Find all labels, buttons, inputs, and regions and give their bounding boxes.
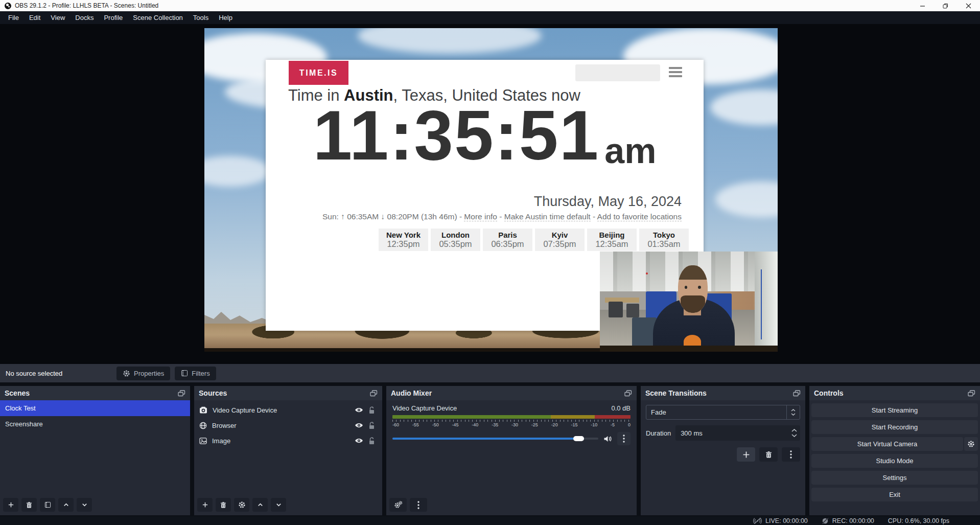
move-source-up-button[interactable] [252,498,268,512]
scene-filters-button[interactable] [40,498,55,512]
unlock-icon[interactable] [368,422,375,429]
menu-profile[interactable]: Profile [99,11,128,24]
duration-spinbox[interactable]: 300 ms [675,425,800,441]
restore-button[interactable] [934,0,957,11]
separator: - [591,212,597,221]
start-virtual-camera-button[interactable]: Start Virtual Camera [811,437,963,451]
move-source-down-button[interactable] [271,498,286,512]
controls-dock: Controls Start Streaming Start Recording… [809,386,980,515]
city-kyiv[interactable]: Kyiv07:35pm [535,229,585,251]
properties-button[interactable]: Properties [116,367,170,380]
eye-icon[interactable] [355,407,363,413]
search-input[interactable] [575,64,660,81]
remove-transition-button[interactable] [759,447,778,462]
person-head [678,265,707,312]
city-paris[interactable]: Paris06:35pm [483,229,532,251]
popout-icon[interactable] [178,390,185,397]
cpu-status: CPU: 0.6%, 30.00 fps [888,517,949,524]
menu-file[interactable]: File [3,11,24,24]
unlock-icon[interactable] [368,437,375,445]
add-transition-button[interactable] [737,447,755,462]
move-scene-down-button[interactable] [77,498,92,512]
move-scene-up-button[interactable] [58,498,74,512]
transition-select-arrows[interactable] [786,405,800,419]
source-label: Video Capture Device [213,406,277,414]
scene-item-clock-test[interactable]: Clock Test [0,400,190,416]
volume-slider-handle[interactable] [573,436,584,441]
cloud [715,181,778,217]
make-default-link[interactable]: Make Austin time default [504,212,591,221]
audio-mixer-header[interactable]: Audio Mixer [386,386,637,400]
filter-icon [181,370,188,377]
mixer-channel-menu-button[interactable] [617,432,631,445]
popout-icon[interactable] [370,390,378,397]
start-recording-button[interactable]: Start Recording [811,420,978,434]
city-beijing[interactable]: Beijing12:35am [587,229,637,251]
preview-area[interactable]: TIME.IS Time in Austin, Texas, United St… [0,24,980,364]
menu-docks[interactable]: Docks [70,11,99,24]
volume-slider[interactable] [392,438,598,440]
scene-item-screenshare[interactable]: Screenshare [0,416,190,432]
remove-source-button[interactable] [216,498,231,512]
city-tokyo[interactable]: Tokyo01:35am [639,229,689,251]
unlock-icon[interactable] [368,406,375,414]
hamburger-menu-icon[interactable] [669,67,682,77]
filters-button[interactable]: Filters [175,367,216,380]
duration-spin-arrows[interactable] [788,429,800,437]
mixer-channel-name: Video Capture Device [392,404,457,412]
favorite-link[interactable]: Add to favorite locations [597,212,682,221]
controls-header[interactable]: Controls [809,386,980,400]
controls-body: Start Streaming Start Recording Start Vi… [809,400,980,515]
scene-canvas[interactable]: TIME.IS Time in Austin, Texas, United St… [204,28,778,352]
sources-header[interactable]: Sources [194,386,382,400]
add-source-button[interactable] [197,498,213,512]
menu-tools[interactable]: Tools [188,11,214,24]
gear-icon [123,370,130,377]
scenes-header[interactable]: Scenes [0,386,190,400]
popout-icon[interactable] [968,390,975,397]
settings-button[interactable]: Settings [811,471,978,485]
live-time: LIVE: 00:00:00 [765,517,808,524]
virtual-camera-settings-button[interactable] [964,437,978,451]
sources-title: Sources [199,389,227,397]
eye-icon[interactable] [355,422,363,428]
rec-status: REC: 00:00:00 [822,517,874,524]
city-london[interactable]: London05:35pm [431,229,480,251]
duration-value: 300 ms [675,429,788,437]
source-item-video-capture[interactable]: Video Capture Device [194,402,382,418]
close-button[interactable] [957,0,980,11]
audio-mixer-title: Audio Mixer [391,389,432,397]
minimize-button[interactable] [911,0,934,11]
advanced-audio-button[interactable] [389,498,407,512]
speaker-icon[interactable] [603,435,612,443]
remove-scene-button[interactable] [21,498,37,512]
popout-icon[interactable] [793,390,801,397]
more-info-link[interactable]: More info [464,212,497,221]
scenes-list: Clock Test Screenshare [0,400,190,515]
source-item-browser[interactable]: Browser [194,418,382,433]
menu-help[interactable]: Help [214,11,238,24]
add-scene-button[interactable] [3,498,18,512]
studio-mode-button[interactable]: Studio Mode [811,454,978,468]
source-properties-button[interactable] [234,498,249,512]
world-cities-row: New York12:35pm London05:35pm Paris06:35… [379,229,689,251]
transition-menu-button[interactable] [782,447,800,462]
sources-dock: Sources Video Capture Device Browser Ima… [194,386,382,515]
menu-bar: File Edit View Docks Profile Scene Colle… [0,11,980,24]
globe-icon [199,422,207,429]
start-streaming-button[interactable]: Start Streaming [811,403,978,417]
menu-scene-collection[interactable]: Scene Collection [128,11,188,24]
transitions-header[interactable]: Scene Transitions [641,386,805,400]
transition-select[interactable]: Fade [646,405,800,420]
menu-edit[interactable]: Edit [24,11,45,24]
exit-button[interactable]: Exit [811,488,978,501]
mixer-menu-button[interactable] [410,498,427,512]
rec-time: REC: 00:00:00 [832,517,874,524]
source-item-image[interactable]: Image [194,433,382,448]
city-newyork[interactable]: New York12:35pm [379,229,428,251]
timeis-logo[interactable]: TIME.IS [289,61,348,85]
popout-icon[interactable] [624,390,632,397]
clock-ampm: am [604,133,656,169]
eye-icon[interactable] [355,438,363,444]
menu-view[interactable]: View [45,11,70,24]
